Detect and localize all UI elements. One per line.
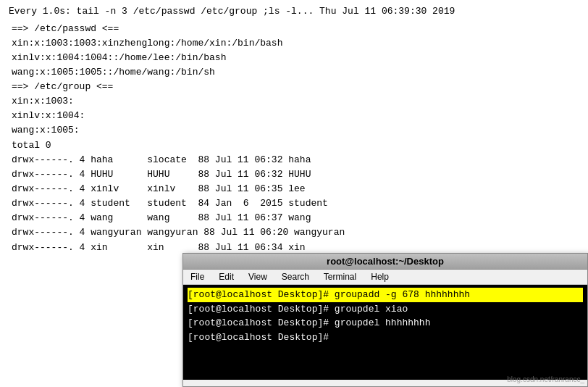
terminal-line: xinlv:x:1004: xyxy=(12,109,576,123)
terminal-line: wang:x:1005:1005::/home/wang:/bin/sh xyxy=(12,65,576,80)
terminal-line: wang:x:1005: xyxy=(12,123,576,138)
menu-item-edit[interactable]: Edit xyxy=(217,271,235,283)
terminal-line: drwx------. 4 wang wang 88 Jul 11 06:37 … xyxy=(12,211,576,225)
terminal-line: drwx------. 4 xinlv xinlv 88 Jul 11 06:3… xyxy=(12,182,576,196)
bottom-terminal-content[interactable]: [root@localhost Desktop]# groupadd -g 67… xyxy=(183,285,587,380)
terminal-line: ==> /etc/group <== xyxy=(12,80,576,94)
terminal-line: ==> /etc/passwd <== xyxy=(12,22,576,36)
terminal-line: [root@localhost Desktop]# xyxy=(188,330,583,345)
top-terminal-titlebar: Every 1.0s: tail -n 3 /etc/passwd /etc/g… xyxy=(6,3,582,20)
terminal-line: xin:x:1003: xyxy=(12,94,576,109)
bottom-terminal-menubar: FileEditViewSearchTerminalHelp xyxy=(183,270,587,285)
menu-item-terminal[interactable]: Terminal xyxy=(322,271,358,283)
watermark: blog.csdn.net/ranrancc_ xyxy=(507,375,584,383)
menu-item-file[interactable]: File xyxy=(189,271,206,283)
terminal-line: xin:x:1003:1003:xinzhenglong:/home/xin:/… xyxy=(12,36,576,51)
bottom-terminal-titlebar: root@localhost:~/Desktop xyxy=(183,254,587,270)
terminal-line: drwx------. 4 student student 84 Jan 6 2… xyxy=(12,196,576,211)
menu-item-view[interactable]: View xyxy=(247,271,269,283)
bottom-terminal-title: root@localhost:~/Desktop xyxy=(327,256,444,267)
terminal-line: drwx------. 4 HUHU HUHU 88 Jul 11 06:32 … xyxy=(12,167,576,182)
bottom-terminal[interactable]: root@localhost:~/Desktop FileEditViewSea… xyxy=(182,253,588,387)
terminal-line: xinlv:x:1004:1004::/home/lee:/bin/bash xyxy=(12,51,576,65)
top-terminal: Every 1.0s: tail -n 3 /etc/passwd /etc/g… xyxy=(0,0,588,259)
top-terminal-content: ==> /etc/passwd <==xin:x:1003:1003:xinzh… xyxy=(6,20,582,257)
terminal-line: drwx------. 4 haha slocate 88 Jul 11 06:… xyxy=(12,153,576,167)
terminal-line: [root@localhost Desktop]# groupdel xiao xyxy=(188,302,583,317)
menu-item-search[interactable]: Search xyxy=(280,271,311,283)
menu-item-help[interactable]: Help xyxy=(369,271,390,283)
top-terminal-title: Every 1.0s: tail -n 3 /etc/passwd /etc/g… xyxy=(9,6,455,17)
terminal-line: [root@localhost Desktop]# groupdel hhhhh… xyxy=(188,316,583,330)
terminal-line: drwx------. 4 wangyuran wangyuran 88 Jul… xyxy=(12,225,576,240)
terminal-line: [root@localhost Desktop]# groupadd -g 67… xyxy=(188,288,583,302)
terminal-line: total 0 xyxy=(12,138,576,153)
